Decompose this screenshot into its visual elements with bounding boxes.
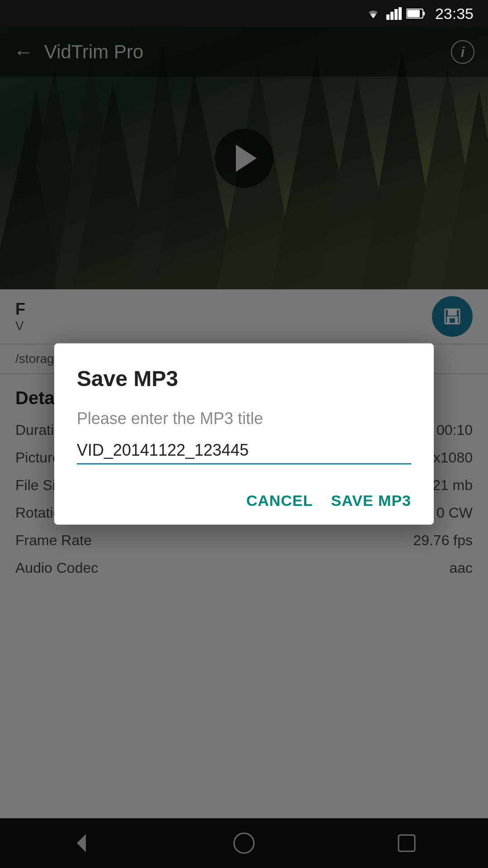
save-mp3-dialog: Save MP3 Please enter the MP3 title CANC… xyxy=(54,344,434,525)
svg-rect-6 xyxy=(407,10,420,17)
status-time: 23:35 xyxy=(435,5,474,23)
dialog-input-label: Please enter the MP3 title xyxy=(77,409,411,428)
svg-rect-0 xyxy=(386,14,389,20)
status-icons: 23:35 xyxy=(365,5,474,23)
dialog-input-container xyxy=(77,437,411,465)
battery-icon xyxy=(406,8,425,19)
svg-rect-3 xyxy=(399,7,402,20)
save-mp3-button[interactable]: SAVE MP3 xyxy=(331,492,411,509)
status-bar: 23:35 xyxy=(0,0,488,27)
mp3-title-input[interactable] xyxy=(77,437,411,465)
wifi-icon xyxy=(365,7,382,20)
dialog-actions: CANCEL SAVE MP3 xyxy=(77,492,411,509)
signal-icon xyxy=(386,7,402,20)
svg-rect-2 xyxy=(394,9,398,20)
svg-rect-5 xyxy=(423,12,425,15)
cancel-button[interactable]: CANCEL xyxy=(246,492,313,509)
dialog-title: Save MP3 xyxy=(77,366,411,391)
svg-rect-1 xyxy=(390,12,394,20)
